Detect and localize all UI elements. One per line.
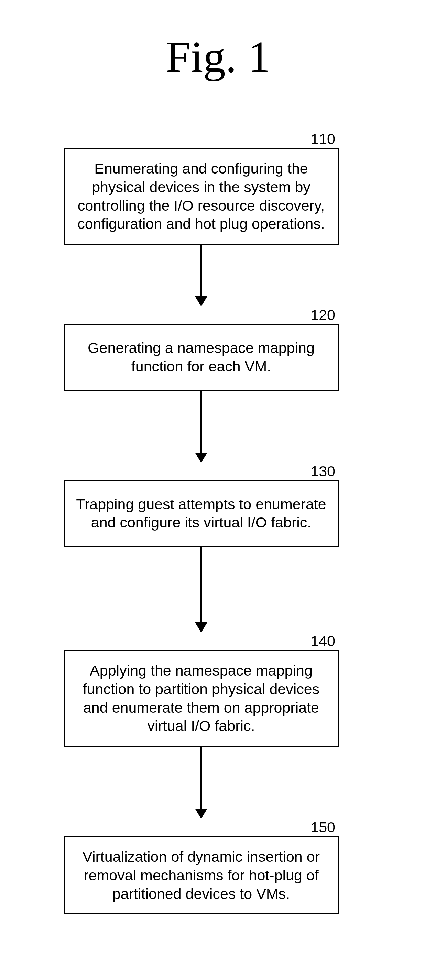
arrow-stem [200, 547, 202, 622]
step-label-110: 110 [64, 130, 339, 147]
step-label-120: 120 [64, 307, 339, 323]
step-box-110: Enumerating and configuring the physical… [64, 148, 339, 245]
step-box-120: Generating a namespace mapping function … [64, 324, 339, 391]
arrow-120-130 [64, 391, 339, 463]
arrow-stem [200, 747, 202, 808]
arrow-head-icon [195, 453, 208, 463]
step-label-130: 130 [64, 463, 339, 480]
arrow-head-icon [195, 808, 208, 819]
figure-page: Fig. 1 110 Enumerating and configuring t… [0, 0, 436, 980]
figure-title: Fig. 1 [0, 31, 436, 83]
arrow-head-icon [195, 622, 208, 633]
arrow-140-150 [64, 747, 339, 819]
step-box-150: Virtualization of dynamic insertion or r… [64, 836, 339, 914]
arrow-stem [200, 245, 202, 296]
arrow-130-140 [64, 547, 339, 633]
flowchart-column: 110 Enumerating and configuring the phys… [64, 130, 339, 914]
arrow-110-120 [64, 245, 339, 307]
step-label-140: 140 [64, 633, 339, 649]
step-label-150: 150 [64, 819, 339, 836]
step-box-140: Applying the namespace mapping function … [64, 650, 339, 747]
step-box-130: Trapping guest attempts to enumerate and… [64, 480, 339, 547]
arrow-head-icon [195, 296, 208, 307]
arrow-stem [200, 391, 202, 453]
